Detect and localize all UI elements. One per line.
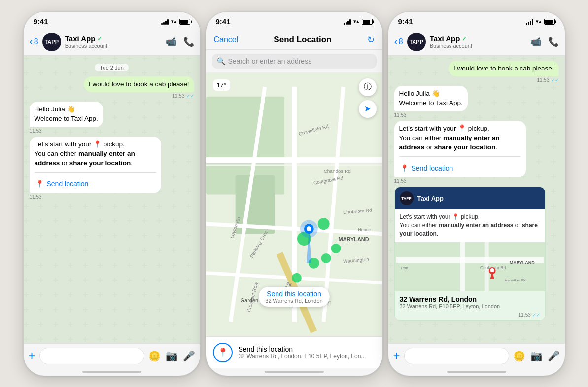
message-input-3[interactable] [404, 348, 509, 364]
video-icon-1[interactable]: 📹 [166, 36, 176, 47]
msg-meta-3-1: 11:53 ✓✓ [537, 77, 558, 83]
location-arrow-button[interactable]: ➤ [359, 100, 377, 118]
location-card[interactable]: TAPP Taxi App Let's start with your 📍 pi… [394, 187, 546, 320]
phone-icon-1[interactable]: 📞 [183, 36, 194, 47]
message-text-3: Let's start with your 📍 pickup.You can e… [35, 141, 135, 167]
phone-3: 9:41 ▾▴ ‹ 8 TAPP [388, 11, 565, 376]
battery-icon-3 [544, 19, 555, 25]
status-bar-2: 9:41 ▾▴ [206, 12, 382, 30]
refresh-button[interactable]: ↻ [367, 35, 375, 45]
msg-meta-1: 11:53 ✓✓ [172, 93, 194, 99]
message-received-2: Let's start with your 📍 pickup.You can e… [30, 137, 161, 200]
mic-icon-1[interactable]: 🎤 [183, 350, 195, 362]
back-number-3: 8 [399, 37, 403, 46]
bottom-address-sub: 32 Warrens Rd, London, E10 5EP, Leyton, … [239, 353, 376, 360]
back-number-1: 8 [34, 37, 38, 46]
message-sent-3: I would love to book a cab please! 11:53… [449, 61, 558, 83]
location-pin-circle: 📍 [213, 343, 233, 362]
location-header: Cancel Send Location ↻ [206, 30, 382, 50]
send-location-button-3[interactable]: 📍 Send location [399, 161, 521, 175]
signal-icon-2 [344, 19, 351, 25]
location-card-footer: 32 Warrens Rd, London 32 Warrens Rd, E10… [395, 291, 545, 311]
message-input-1[interactable] [39, 348, 144, 364]
contact-subtitle-3: Business account [430, 43, 526, 49]
camera-icon-3[interactable]: 📷 [530, 350, 543, 362]
phone-icon-3[interactable]: 📞 [548, 36, 559, 47]
video-icon-3[interactable]: 📹 [530, 36, 541, 47]
status-bar-3: 9:41 ▾▴ [388, 12, 565, 30]
location-card-text: Let's start with your 📍 pickup. You can … [395, 209, 545, 242]
status-time-3: 9:41 [398, 17, 413, 26]
svg-text:MARYLAND: MARYLAND [509, 260, 535, 265]
status-icons-2: ▾▴ [344, 18, 373, 25]
plus-button-1[interactable]: + [29, 349, 35, 363]
cancel-button[interactable]: Cancel [214, 35, 239, 44]
svg-point-26 [321, 253, 331, 263]
wifi-icon-2: ▾▴ [353, 18, 359, 25]
camera-icon-1[interactable]: 📷 [166, 350, 178, 362]
pin-icon-3: 📍 [400, 164, 409, 174]
svg-point-25 [292, 273, 302, 282]
chat-body-3: I would love to book a cab please! 11:53… [388, 56, 565, 343]
svg-text:Chandos Rd: Chandos Rd [323, 168, 350, 173]
svg-rect-36 [396, 242, 544, 291]
chevron-left-icon-3: ‹ [394, 35, 398, 48]
bubble-received-2: Let's start with your 📍 pickup.You can e… [30, 137, 161, 193]
send-this-location-overlay[interactable]: Send this location 32 Warrens Rd, London [258, 287, 329, 307]
bubble-sent-1: I would love to book a cab please! [84, 76, 194, 93]
bubble-received-3-2: Let's start with your 📍 pickup.You can e… [394, 121, 526, 177]
map-area: Crownfield Rd Colegrave Rd Chobham Rd Wa… [206, 72, 382, 336]
svg-text:MARYLAND: MARYLAND [338, 236, 369, 242]
chevron-left-icon-1: ‹ [30, 35, 33, 48]
back-button-1[interactable]: ‹ 8 [30, 35, 38, 48]
wifi-icon-3: ▾▴ [536, 18, 542, 25]
location-bottom-bar[interactable]: 📍 Send this location 32 Warrens Rd, Lond… [206, 336, 382, 368]
svg-text:Henniker Rd: Henniker Rd [504, 278, 526, 282]
phone-1: 9:41 ▾▴ ‹ 8 TAPP [23, 11, 201, 376]
send-location-addr: 32 Warrens Rd, London [265, 298, 322, 304]
temperature-label: 17° [213, 79, 231, 91]
info-button[interactable]: ⓘ [359, 78, 377, 96]
battery-icon-2 [362, 19, 373, 25]
svg-text:Hennik: Hennik [358, 227, 372, 232]
contact-subtitle-1: Business account [65, 43, 162, 49]
status-icons-3: ▾▴ [526, 18, 555, 25]
plus-button-3[interactable]: + [393, 349, 400, 363]
chat-body-1: Tue 2 Jun I would love to book a cab ple… [24, 56, 200, 343]
location-card-time: 11:53 ✓✓ [395, 311, 545, 320]
send-location-button-1[interactable]: 📍 Send location [35, 176, 156, 190]
chat-input-1: + 🪙 📷 🎤 [24, 343, 200, 368]
svg-point-46 [490, 268, 494, 272]
message-text-3-1: I would love to book a cab please! [453, 65, 553, 72]
message-received-3-2: Let's start with your 📍 pickup.You can e… [394, 121, 526, 184]
location-card-message: TAPP Taxi App Let's start with your 📍 pi… [394, 187, 546, 320]
contact-info-1: Taxi App ✓ Business account [65, 35, 162, 49]
send-location-title: Send this location [265, 290, 322, 298]
contact-info-3: Taxi App ✓ Business account [430, 35, 526, 49]
send-location-label-3: Send location [412, 164, 453, 174]
message-text-3-2: Hello Julia 👋Welcome to Taxi App. [399, 90, 463, 106]
battery-icon-1 [179, 19, 190, 25]
message-text-1: I would love to book a cab please! [89, 80, 189, 88]
status-icons-1: ▾▴ [161, 18, 190, 25]
input-icons-3: 🪙 📷 🎤 [513, 350, 560, 362]
sticker-icon-1[interactable]: 🪙 [148, 350, 161, 362]
message-received-3-1: Hello Julia 👋Welcome to Taxi App. 11:53 [394, 86, 468, 118]
search-placeholder: Search or enter an address [228, 57, 312, 65]
message-text-2: Hello Julia 👋Welcome to Taxi App. [35, 106, 98, 122]
chat-header-1: ‹ 8 TAPP Taxi App ✓ Business account 📹 📞 [24, 30, 200, 56]
message-text-3-3: Let's start with your 📍 pickup.You can e… [399, 125, 500, 151]
location-address-info: Send this location 32 Warrens Rd, London… [239, 345, 376, 360]
msg-meta-2: 11:53 [30, 128, 42, 134]
location-address-sub: 32 Warrens Rd, E10 5EP, Leyton, London [400, 303, 540, 309]
verified-badge-3: ✓ [462, 35, 467, 42]
bubble-sent-3: I would love to book a cab please! [449, 61, 558, 77]
verified-badge-1: ✓ [97, 35, 102, 42]
mic-icon-3[interactable]: 🎤 [548, 350, 560, 362]
bottom-address-main: Send this location [239, 345, 376, 353]
search-bar[interactable]: 🔍 Search or enter an address [212, 54, 377, 69]
sticker-icon-3[interactable]: 🪙 [513, 350, 525, 362]
header-icons-1: 📹 📞 [166, 36, 194, 47]
back-button-3[interactable]: ‹ 8 [394, 35, 403, 48]
location-card-avatar: TAPP [400, 191, 414, 205]
